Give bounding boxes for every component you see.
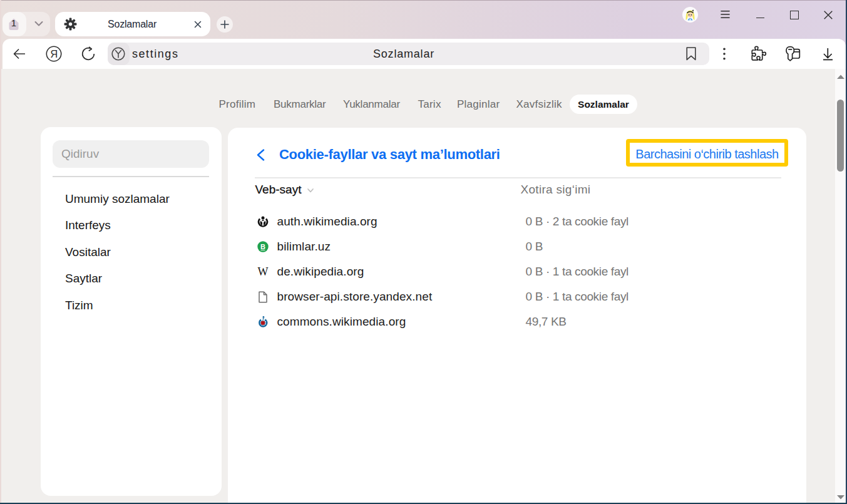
svg-text:R: R — [50, 48, 58, 59]
svg-text:W: W — [258, 266, 269, 277]
svg-text:B: B — [260, 242, 265, 250]
